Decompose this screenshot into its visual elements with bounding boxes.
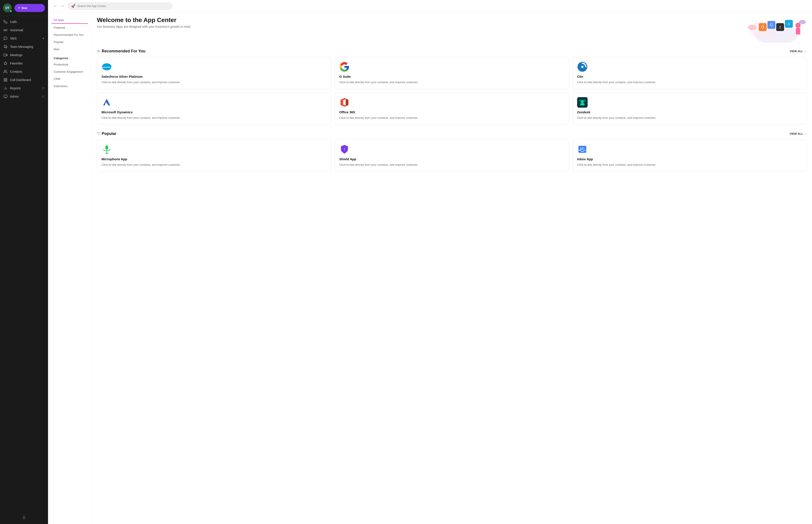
filter-crm[interactable]: CRM (51, 76, 88, 82)
hero-illustration: O G Z S (746, 17, 807, 43)
categories-label: Categories (51, 54, 88, 61)
popular-view-all[interactable]: VIEW ALL → (790, 132, 807, 135)
app-card-gsuite[interactable]: G Suite Click-to-dial directly from your… (335, 57, 569, 89)
sidebar-item-team-messaging-label: Team Messaging (10, 45, 33, 48)
sidebar-item-call-dashboard[interactable]: Call Dashboard (0, 76, 48, 84)
sidebar-item-team-messaging[interactable]: Team Messaging (0, 43, 48, 51)
zendesk-name: Zendesk (577, 110, 802, 114)
filter-all-apps[interactable]: All Apps (51, 17, 88, 24)
sidebar-item-voicemail[interactable]: Voicemail (0, 26, 48, 34)
topbar: ← → 🚀 (48, 0, 812, 12)
admin-icon (3, 95, 7, 98)
sidebar-item-sms-label: SMS (10, 37, 17, 40)
hero-banner: Welcome to the App Center Our Business A… (97, 17, 807, 43)
content-area: All Apps Featured Recommended For You Po… (48, 12, 812, 524)
office365-desc: Click-to-dial directly from your contact… (339, 116, 564, 120)
svg-point-6 (4, 70, 6, 71)
popular-app-grid: Microphone App Click-to-dial directly fr… (97, 140, 807, 171)
msdynamics-desc: Click-to-dial directly from your contact… (101, 116, 327, 120)
recommended-app-grid: salesforce Salesforce Silver Platinum Cl… (97, 57, 807, 125)
svg-text:salesforce: salesforce (102, 66, 112, 68)
external-link-icon (42, 87, 45, 89)
svg-marker-3 (6, 54, 7, 56)
inbox-logo (577, 144, 587, 154)
svg-rect-10 (4, 80, 5, 81)
svg-line-14 (43, 87, 44, 89)
svg-text:S: S (788, 22, 790, 26)
svg-rect-9 (6, 80, 7, 81)
sidebar: DT + New Calls Voicemail SMS ▼ Team Mess… (0, 0, 48, 524)
recommended-view-all[interactable]: VIEW ALL → (790, 50, 807, 53)
filter-productivity[interactable]: Productivity (51, 61, 88, 68)
search-input[interactable] (77, 4, 169, 7)
svg-rect-39 (105, 145, 108, 150)
filter-featured[interactable]: Featured (51, 24, 88, 31)
svg-text:O: O (761, 25, 764, 29)
clio-logo (577, 62, 587, 72)
svg-text:G: G (770, 23, 773, 27)
svg-line-18 (43, 96, 44, 97)
sidebar-item-favorites-label: Favorites (10, 62, 23, 65)
sidebar-header: DT + New (0, 0, 48, 16)
app-card-mic[interactable]: Microphone App Click-to-dial directly fr… (97, 140, 331, 171)
app-area: Welcome to the App Center Our Business A… (92, 12, 812, 524)
arrow-right-icon-2: → (804, 132, 807, 135)
popular-section: ♡ Popular VIEW ALL → (97, 131, 807, 171)
app-grid-icon[interactable]: ⠿ (22, 515, 26, 521)
sidebar-item-call-dashboard-label: Call Dashboard (10, 78, 31, 82)
app-card-msdynamics[interactable]: Microsoft Dynamics Click-to-dial directl… (97, 93, 331, 125)
filter-sidebar: All Apps Featured Recommended For You Po… (48, 12, 92, 524)
new-button[interactable]: + New (14, 4, 45, 12)
inbox-app-desc: Click-to-dial directly from your contact… (577, 163, 802, 167)
svg-rect-15 (4, 95, 7, 97)
sms-icon (3, 36, 7, 40)
app-card-zendesk[interactable]: Zendesk Click-to-dial directly from your… (573, 93, 807, 125)
svg-point-36 (581, 66, 583, 68)
salesforce-desc: Click-to-dial directly from your contact… (101, 80, 327, 84)
salesforce-name: Salesforce Silver Platinum (101, 75, 327, 78)
filter-new[interactable]: New (51, 46, 88, 53)
filter-popular[interactable]: Popular (51, 39, 88, 45)
recommended-title: ☆ Recommended For You (97, 49, 145, 53)
sidebar-item-sms[interactable]: SMS ▼ (0, 34, 48, 43)
contacts-icon (3, 70, 7, 73)
svg-point-32 (799, 20, 806, 24)
rocket-icon: 🚀 (71, 4, 76, 8)
sidebar-item-favorites[interactable]: Favorites (0, 59, 48, 67)
inbox-app-name: Inbox App (577, 157, 802, 161)
svg-point-38 (581, 100, 584, 103)
sidebar-item-reports[interactable]: Reports (0, 84, 48, 92)
sidebar-item-contacts[interactable]: Contacts (0, 67, 48, 76)
filter-recommended[interactable]: Recommended For You (51, 31, 88, 38)
filter-customer-engagement[interactable]: Customer Engagement (51, 68, 88, 75)
zendesk-logo (577, 97, 587, 108)
svg-text:Z: Z (779, 26, 781, 29)
gsuite-name: G Suite (339, 75, 564, 78)
gsuite-logo (339, 62, 350, 72)
app-card-shield[interactable]: ! Shield App Click-to-dial directly from… (335, 140, 569, 171)
arrow-right-icon: → (804, 50, 807, 53)
recommended-section-header: ☆ Recommended For You VIEW ALL → (97, 49, 807, 53)
main-content: ← → 🚀 All Apps Featured Recommended For … (48, 0, 812, 524)
app-card-inbox[interactable]: Inbox App Click-to-dial directly from yo… (573, 140, 807, 171)
sidebar-item-meetings[interactable]: Meetings (0, 51, 48, 59)
sidebar-item-calls[interactable]: Calls (0, 18, 48, 26)
back-button[interactable]: ← (52, 3, 58, 9)
sidebar-item-reports-label: Reports (10, 86, 21, 90)
sidebar-item-meetings-label: Meetings (10, 53, 22, 57)
sidebar-item-admin[interactable]: Admin (0, 92, 48, 101)
search-bar[interactable]: 🚀 (68, 2, 172, 10)
sidebar-item-contacts-label: Contacts (10, 70, 22, 73)
msdynamics-name: Microsoft Dynamics (101, 110, 327, 114)
app-card-salesforce[interactable]: salesforce Salesforce Silver Platinum Cl… (97, 57, 331, 89)
forward-button[interactable]: → (60, 3, 65, 9)
star-icon (3, 61, 7, 65)
reports-icon (3, 86, 7, 90)
shield-app-name: Shield App (339, 157, 564, 161)
app-card-clio[interactable]: Clio Click-to-dial directly from your co… (573, 57, 807, 89)
svg-text:!: ! (344, 148, 345, 151)
sidebar-item-calls-label: Calls (10, 20, 17, 23)
app-card-office365[interactable]: Office 365 Click-to-dial directly from y… (335, 93, 569, 125)
avatar: DT (3, 3, 12, 12)
filter-extensions[interactable]: Extensions (51, 83, 88, 89)
